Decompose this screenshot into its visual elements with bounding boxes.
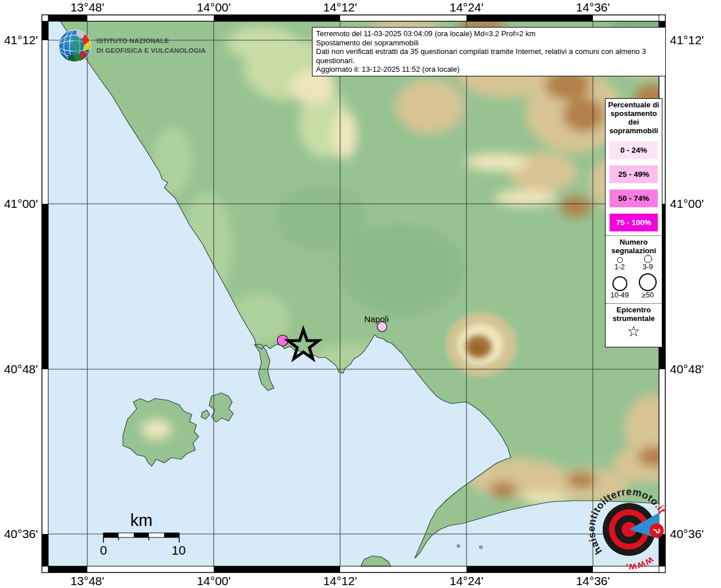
islet	[480, 546, 483, 549]
legend-percent-title: Percentuale di spostamento dei soprammob…	[606, 99, 662, 135]
axis-label-left: 41°00'	[3, 197, 38, 211]
report-circle-label: 1-2	[614, 263, 624, 271]
axis-label-left: 40°48'	[3, 362, 38, 376]
legend-reports-title: Numero segnalazioni	[606, 236, 662, 255]
axis-label-bottom: 14°24'	[449, 574, 483, 588]
islet	[457, 545, 460, 548]
event-title: Terremoto del 11-03-2025 03:04:09 (ora l…	[316, 29, 662, 38]
axis-label-right: 41°12'	[670, 33, 704, 47]
report-circle-medium	[644, 255, 652, 263]
report-circle-xlarge	[639, 273, 657, 291]
legend-class-75-100: 75 - 100%	[610, 214, 658, 231]
event-data-note: Dati non verificati estratti da 35 quest…	[316, 47, 662, 65]
axis-label-right: 40°48'	[670, 362, 704, 376]
axis-label-bottom: 13°48'	[70, 574, 104, 588]
ingv-logo-line1: ISTITUTO NAZIONALE	[97, 37, 169, 44]
axis-label-top: 14°00'	[196, 1, 230, 14]
event-effect: Spostamento dei soprammobili	[316, 38, 662, 48]
legend-report-circles: 1-2 3-9 10-49 ≥50	[606, 255, 662, 299]
event-info-box: Terremoto del 11-03-2025 03:04:09 (ora l…	[312, 27, 666, 76]
ingv-logo-line2: DI GEOFISICA E VULCANOLOGIA	[97, 47, 206, 54]
report-circle-label: 3-9	[642, 263, 653, 271]
legend-class-50-74: 50 - 74%	[610, 189, 658, 207]
report-circle-small	[617, 257, 623, 263]
report-circle-label: 10-49	[611, 291, 629, 299]
axis-label-right: 40°36'	[670, 527, 704, 541]
report-circle-large	[612, 276, 627, 291]
legend-class-25-49: 25 - 49%	[610, 165, 658, 183]
scale-end: 10	[172, 543, 186, 558]
axis-label-bottom: 14°00'	[196, 574, 230, 588]
city-label-napoli: Napoli	[364, 314, 389, 324]
legend-epicenter-title: Epicentro strumentale	[606, 304, 662, 323]
axis-label-top: 14°24'	[449, 1, 483, 14]
axis-label-left: 40°36'	[3, 527, 38, 541]
axis-label-left: 41°12'	[3, 33, 38, 47]
event-updated: Aggiornato il: 13-12-2025 11:52 (ora loc…	[316, 65, 662, 74]
scale-unit: km	[130, 511, 153, 529]
axis-label-top: 14°12'	[323, 1, 357, 14]
legend: Percentuale di spostamento dei soprammob…	[605, 98, 662, 347]
scale-start: 0	[100, 543, 107, 558]
axis-label-bottom: 14°36'	[576, 574, 610, 588]
vesuvius-relief	[446, 312, 517, 377]
axis-label-right: 41°00'	[670, 197, 704, 211]
legend-class-0-24: 0 - 24%	[610, 141, 658, 159]
axis-label-top: 13°48'	[70, 1, 104, 14]
epicenter-star-icon: ☆	[606, 324, 662, 339]
axis-label-top: 14°36'	[576, 1, 610, 14]
axis-label-bottom: 14°12'	[323, 574, 357, 588]
report-circle-label: ≥50	[642, 291, 654, 299]
